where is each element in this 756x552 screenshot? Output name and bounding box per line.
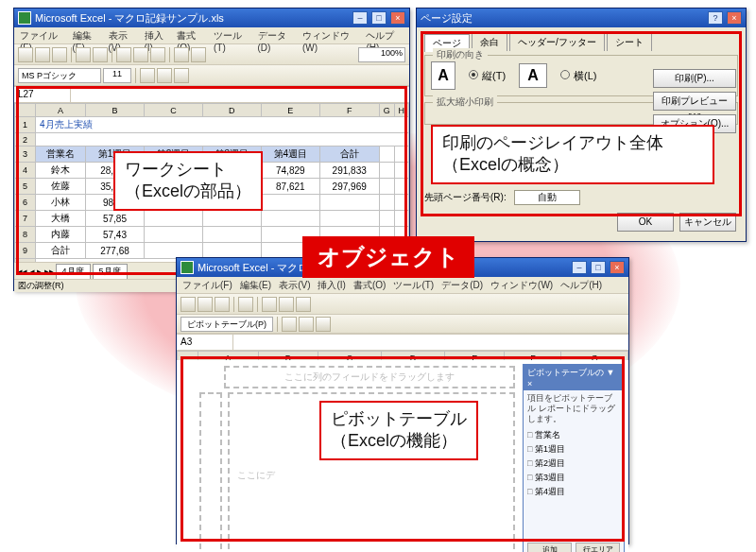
menu-edit[interactable]: 編集(E) xyxy=(73,29,101,42)
menu-window[interactable]: ウィンドウ(W) xyxy=(302,29,358,42)
dialog-close-button[interactable]: × xyxy=(727,11,742,25)
menu-insert[interactable]: 挿入(I) xyxy=(145,29,170,42)
pivot-icon[interactable] xyxy=(299,317,314,332)
copy-icon[interactable] xyxy=(279,297,294,312)
open-icon[interactable] xyxy=(35,47,50,62)
fieldlist-area-button[interactable]: 行エリア xyxy=(576,543,620,552)
window-titlebar[interactable]: Microsoft Excel - マクロ記録サンプル.xls – □ × xyxy=(14,9,409,27)
redo-icon[interactable] xyxy=(191,47,206,62)
pivot-dropdown[interactable]: ピボットテーブル(P) xyxy=(180,317,273,332)
menu-bar[interactable]: ファイル(F) 編集(E) 表示(V) 挿入(I) 書式(O) ツール(T) デ… xyxy=(14,27,409,44)
menu-bar-2[interactable]: ファイル(F) 編集(E) 表示(V) 挿入(I) 書式(O) ツール(T) デ… xyxy=(177,277,628,294)
maximize-button[interactable]: □ xyxy=(591,261,606,274)
print-icon[interactable] xyxy=(76,47,91,62)
menu-view[interactable]: 表示(V) xyxy=(109,29,137,42)
window-title: Microsoft Excel - マクロ記録サンプル.xls xyxy=(35,11,224,26)
menu-tools[interactable]: ツール(T) xyxy=(214,29,250,42)
zoom-box[interactable]: 100% xyxy=(358,47,405,62)
center-badge-object: オブジェクト xyxy=(302,236,474,278)
cut-icon[interactable] xyxy=(116,47,131,62)
format-toolbar[interactable]: MS Pゴシック 11 xyxy=(14,65,409,86)
standard-toolbar-2[interactable] xyxy=(177,294,628,315)
minimize-button[interactable]: – xyxy=(572,261,587,274)
maximize-button[interactable]: □ xyxy=(371,11,387,25)
font-size-box[interactable]: 11 xyxy=(103,68,131,83)
callout-pivot: ピボットテーブル （Excelの機能） xyxy=(319,401,478,460)
name-box-2[interactable]: A3 xyxy=(177,335,233,350)
fieldlist-add-button[interactable]: 追加 xyxy=(527,543,572,552)
underline-icon[interactable] xyxy=(174,68,189,83)
callout-page-layout: 印刷のページレイアウト全体 （Excelの概念） xyxy=(431,125,714,184)
italic-icon[interactable] xyxy=(157,68,172,83)
new-icon[interactable] xyxy=(180,297,196,312)
pivot-icon[interactable] xyxy=(282,317,297,332)
menu-data[interactable]: データ(D) xyxy=(258,29,296,42)
highlight-frame-dialog xyxy=(421,31,742,216)
cut-icon[interactable] xyxy=(262,297,277,312)
open-icon[interactable] xyxy=(198,297,213,312)
save-icon[interactable] xyxy=(215,297,230,312)
app-icon xyxy=(18,11,31,25)
pivot-toolbar[interactable]: ピボットテーブル(P) xyxy=(177,315,628,334)
menu-format[interactable]: 書式(O) xyxy=(177,29,206,42)
paste-icon[interactable] xyxy=(150,47,165,62)
dialog-help-button[interactable]: ? xyxy=(708,11,723,25)
paste-icon[interactable] xyxy=(296,297,311,312)
font-name-box[interactable]: MS Pゴシック xyxy=(18,68,101,83)
menu-help[interactable]: ヘルプ(H) xyxy=(366,29,404,42)
close-button[interactable]: × xyxy=(390,11,405,25)
save-icon[interactable] xyxy=(52,47,67,62)
minimize-button[interactable]: – xyxy=(352,11,368,25)
app-icon xyxy=(180,261,194,274)
pivot-icon[interactable] xyxy=(316,317,331,332)
menu-file[interactable]: ファイル(F) xyxy=(20,29,65,42)
close-button[interactable]: × xyxy=(610,261,625,274)
callout-worksheet: ワークシート （Excelの部品） xyxy=(113,151,263,211)
dialog-titlebar[interactable]: ページ設定 ? × xyxy=(417,9,746,27)
print-icon[interactable] xyxy=(238,297,253,312)
preview-icon[interactable] xyxy=(93,47,108,62)
copy-icon[interactable] xyxy=(133,47,148,62)
new-icon[interactable] xyxy=(18,47,33,62)
formula-bar-2[interactable]: A3 xyxy=(177,334,628,351)
dialog-title: ページ設定 xyxy=(421,11,472,26)
bold-icon[interactable] xyxy=(140,68,155,83)
undo-icon[interactable] xyxy=(174,47,189,62)
